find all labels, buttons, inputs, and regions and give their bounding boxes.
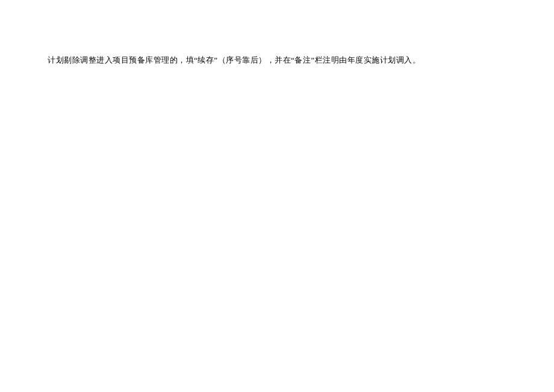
body-paragraph: 计划剔除调整进入项目预备库管理的，填“续存”（序号靠后），并在“备注”栏注明由年… bbox=[48, 54, 506, 67]
document-page: 计划剔除调整进入项目预备库管理的，填“续存”（序号靠后），并在“备注”栏注明由年… bbox=[0, 0, 554, 392]
